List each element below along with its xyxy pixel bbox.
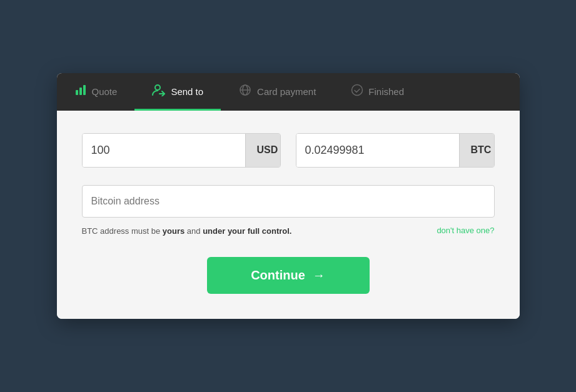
- step-finished[interactable]: Finished: [333, 73, 422, 111]
- modal: Quote Send to Card paymen: [57, 73, 520, 319]
- to-currency-button[interactable]: BTC ▾: [459, 134, 495, 167]
- svg-rect-0: [76, 90, 78, 95]
- continue-label: Continue: [251, 268, 305, 283]
- to-amount-group: BTC ▾: [296, 133, 495, 168]
- to-amount-input[interactable]: [296, 134, 459, 167]
- step-quote-label: Quote: [92, 86, 118, 97]
- quote-icon: [74, 84, 87, 99]
- continue-arrow-icon: →: [313, 268, 325, 283]
- step-quote[interactable]: Quote: [57, 73, 135, 111]
- step-send-to[interactable]: Send to: [134, 73, 221, 111]
- step-card-payment-label: Card payment: [257, 86, 316, 97]
- from-currency-label: USD: [257, 144, 278, 156]
- card-payment-icon: [238, 84, 252, 99]
- address-note: BTC address must be yours and under your…: [82, 225, 495, 238]
- step-card-payment[interactable]: Card payment: [221, 73, 333, 111]
- from-currency-button[interactable]: USD ▾: [245, 134, 281, 167]
- bitcoin-address-input[interactable]: [82, 185, 495, 218]
- svg-rect-1: [79, 88, 82, 95]
- from-amount-group: USD ▾: [82, 133, 281, 168]
- stepper: Quote Send to Card paymen: [57, 73, 520, 111]
- svg-point-3: [155, 85, 160, 90]
- step-send-to-label: Send to: [171, 86, 203, 97]
- to-currency-label: BTC: [471, 144, 492, 156]
- svg-rect-2: [83, 85, 86, 95]
- svg-point-8: [352, 85, 363, 96]
- body: USD ▾ BTC ▾ BTC address must be yours an…: [57, 111, 520, 319]
- from-amount-input[interactable]: [83, 134, 245, 167]
- amount-row: USD ▾ BTC ▾: [82, 133, 495, 168]
- continue-button[interactable]: Continue →: [207, 257, 370, 294]
- step-finished-label: Finished: [368, 86, 404, 97]
- finished-icon: [351, 84, 363, 99]
- send-to-icon: [152, 84, 166, 99]
- dont-have-link[interactable]: don't have one?: [437, 226, 494, 235]
